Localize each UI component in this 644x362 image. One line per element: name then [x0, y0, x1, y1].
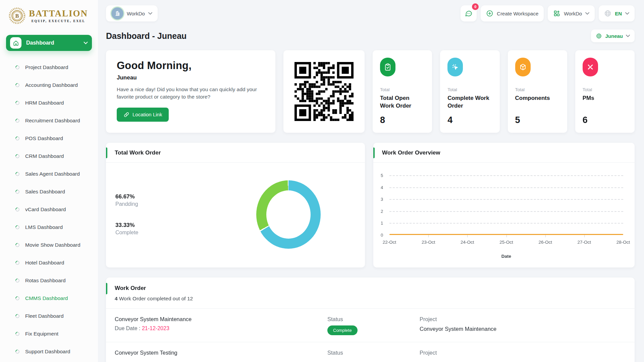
work-order-title: Work Order — [115, 285, 626, 292]
line-chart-title: Work Order Overview — [373, 143, 635, 163]
work-order-project-col: Project — [420, 350, 626, 356]
stat-card-open-work-order: Total Total Open Work Order 8 — [373, 50, 432, 133]
sidebar-item-fleet-dashboard[interactable]: Fleet Dashboard — [6, 307, 92, 325]
sidebar-item-dashboard[interactable]: Dashboard — [6, 35, 92, 51]
bullet-icon — [15, 349, 20, 354]
sidebar-item-recruitment-dashboard[interactable]: Recruitment Dashboard — [6, 112, 92, 129]
sidebar-item-crm-dashboard[interactable]: CRM Dashboard — [6, 147, 92, 165]
bullet-icon — [15, 206, 20, 212]
bullet-icon — [15, 100, 20, 106]
due-date: 21-12-2023 — [142, 325, 169, 331]
greeting-card: Good Morning, Juneau Have a nice day! Di… — [106, 50, 275, 133]
location-link-button[interactable]: Location Link — [117, 108, 169, 122]
tools-icon — [583, 58, 598, 76]
apps-menu-button[interactable]: WorkDo — [548, 5, 595, 21]
sidebar-item-lms-dashboard[interactable]: LMS Dashboard — [6, 218, 92, 236]
stat-card-pms: Total PMs 6 — [575, 50, 635, 133]
bullet-icon — [15, 278, 20, 283]
sidebar-item-pos-dashboard[interactable]: POS Dashboard — [6, 129, 92, 147]
bullet-icon — [15, 171, 20, 177]
brand-name: BATTALION — [29, 9, 88, 18]
sidebar-item-hotel-dashboard[interactable]: Hotel Dashboard — [6, 254, 92, 272]
bullet-icon — [15, 224, 20, 230]
donut-chart — [256, 180, 321, 249]
building-icon — [114, 10, 121, 17]
chevron-down-icon — [84, 42, 88, 44]
work-order-status-col: Status Complete — [327, 316, 420, 335]
messages-badge: 0 — [472, 3, 479, 10]
work-order-row[interactable]: Conveyor System Maintenance Due Date : 2… — [106, 309, 635, 342]
messages-button[interactable]: 0 — [461, 5, 477, 21]
svg-text:B: B — [15, 13, 19, 19]
chevron-down-icon — [585, 12, 589, 15]
language-selector[interactable]: EN — [599, 5, 635, 21]
status-badge: Complete — [327, 325, 358, 335]
work-order-row[interactable]: Conveyor System Testing Status Project — [106, 342, 635, 362]
work-order-project-col: Project Conveyor System Maintenance — [420, 316, 626, 335]
qr-card — [283, 50, 365, 133]
workspace-avatar — [111, 7, 123, 19]
brand-tagline: EQUIP, EXECUTE, EXEL — [29, 19, 88, 23]
page-title: Dashboard - Juneau — [106, 31, 186, 41]
sidebar-item-accounting-dashboard[interactable]: Accounting Dashboard — [6, 76, 92, 94]
language-code: EN — [615, 11, 622, 16]
sidebar-item-project-dashboard[interactable]: Project Dashboard — [6, 58, 92, 76]
sidebar-item-support-dashboard[interactable]: Support Dashboard — [6, 343, 92, 360]
topbar-actions: 0 Create Workspace WorkDo — [461, 5, 635, 21]
donut-legend: 66.67% Pandding 33.33% Complete — [115, 193, 138, 236]
bullet-icon — [15, 295, 20, 301]
stat-value: 5 — [515, 115, 560, 125]
sidebar-item-movie-show-dashboard[interactable]: Movie Show Dashboard — [6, 236, 92, 254]
work-order-overview-card: Work Order Overview 5 4 3 2 1 0 — [373, 143, 635, 267]
stat-title: Components — [515, 95, 560, 110]
bullet-icon — [15, 135, 20, 141]
location-selector[interactable]: Juneau — [591, 29, 635, 42]
bullet-icon — [15, 189, 20, 194]
create-workspace-button[interactable]: Create Workspace — [481, 5, 544, 21]
workspace-selector[interactable]: WorkDo — [106, 5, 158, 21]
work-order-main: Conveyor System Testing — [115, 350, 327, 356]
home-icon — [10, 37, 21, 49]
line-chart-x-title: Date — [389, 254, 623, 259]
chevron-down-icon — [148, 12, 152, 15]
work-order-project: Conveyor System Maintenance — [420, 326, 626, 332]
stat-value: 8 — [380, 115, 425, 125]
bullet-icon — [15, 82, 20, 88]
sidebar-item-sales-dashboard[interactable]: Sales Dashboard — [6, 183, 92, 200]
cursor-click-icon — [447, 58, 463, 76]
page-header: Dashboard - Juneau Juneau — [98, 29, 644, 42]
sidebar-item-fix-equipment[interactable]: Fix Equipment — [6, 325, 92, 343]
charts-row: Total Work Order 66.67% Pandding 33.33% … — [106, 143, 635, 267]
stat-value: 4 — [447, 115, 492, 125]
stat-title: PMs — [583, 95, 627, 110]
stat-card-complete-work-order: Total Complete Work Order 4 — [440, 50, 499, 133]
location-name: Juneau — [605, 33, 623, 39]
location-link-label: Location Link — [132, 112, 162, 117]
bullet-icon — [15, 242, 20, 248]
sidebar-item-rotas-dashboard[interactable]: Rotas Dashboard — [6, 272, 92, 289]
work-order-header: Work Order 4 Work Order completed out of… — [106, 278, 635, 309]
legend-item-pandding: 66.67% Pandding — [115, 193, 138, 207]
sidebar-item-cmms-dashboard[interactable]: CMMS Dashboard — [6, 289, 92, 307]
create-workspace-label: Create Workspace — [497, 11, 538, 16]
bullet-icon — [15, 118, 20, 123]
sidebar-item-vcard-dashboard[interactable]: vCard Dashboard — [6, 200, 92, 218]
greeting-title: Good Morning, — [117, 60, 265, 72]
donut-chart-body: 66.67% Pandding 33.33% Complete — [106, 163, 365, 266]
stat-title: Total Open Work Order — [380, 95, 425, 110]
main-area: WorkDo 0 Create Workspace — [98, 0, 644, 362]
line-chart-x-axis: 22-Oct 23-Oct 24-Oct 25-Oct 26-Oct 27-Oc… — [389, 240, 623, 246]
work-order-due: Due Date : 21-12-2023 — [115, 325, 327, 331]
chat-icon — [465, 9, 473, 17]
sidebar-item-sales-agent-dashboard[interactable]: Sales Agent Dashboard — [6, 165, 92, 183]
bullet-icon — [15, 260, 20, 265]
location-target-icon — [596, 33, 602, 39]
stat-value: 6 — [583, 115, 627, 125]
work-order-status-col: Status — [327, 350, 420, 356]
bullet-icon — [15, 153, 20, 159]
sidebar-item-hrm-dashboard[interactable]: HRM Dashboard — [6, 94, 92, 112]
brand-logo: B BATTALION EQUIP, EXECUTE, EXEL — [8, 7, 92, 25]
work-order-main: Conveyor System Maintenance Due Date : 2… — [115, 316, 327, 335]
work-order-name: Conveyor System Testing — [115, 350, 327, 356]
work-order-name: Conveyor System Maintenance — [115, 316, 327, 322]
